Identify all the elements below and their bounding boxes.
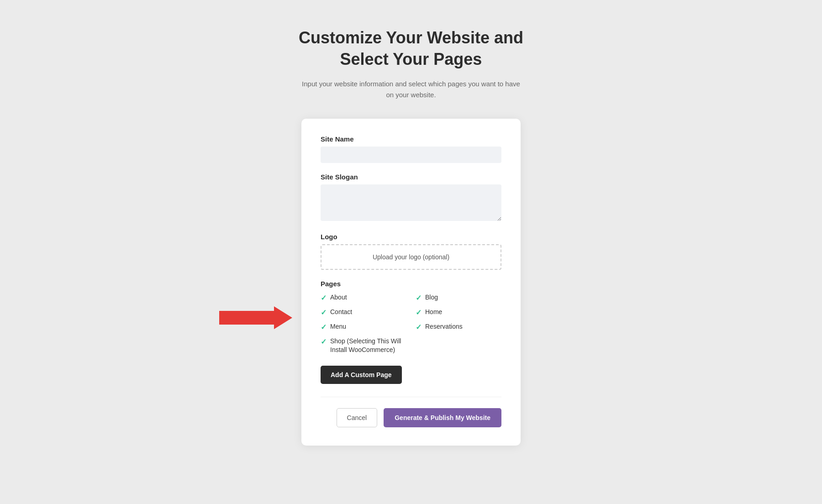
pages-grid: ✓ About ✓ Blog ✓ Contact ✓ Home xyxy=(321,293,501,355)
page-item-menu[interactable]: ✓ Menu xyxy=(321,322,406,331)
page-label-contact: Contact xyxy=(330,308,352,317)
site-slogan-label: Site Slogan xyxy=(321,173,501,181)
site-name-label: Site Name xyxy=(321,135,501,143)
svg-marker-0 xyxy=(219,306,292,329)
check-icon-contact: ✓ xyxy=(321,308,327,317)
page-label-blog: Blog xyxy=(425,293,438,302)
page-item-about[interactable]: ✓ About xyxy=(321,293,406,302)
bottom-actions: Cancel Generate & Publish My Website xyxy=(321,397,501,427)
check-icon-reservations: ✓ xyxy=(416,323,422,331)
page-item-contact[interactable]: ✓ Contact xyxy=(321,308,406,317)
page-item-reservations[interactable]: ✓ Reservations xyxy=(416,322,501,331)
page-item-shop[interactable]: ✓ Shop (Selecting This Will Install WooC… xyxy=(321,337,406,355)
cancel-button[interactable]: Cancel xyxy=(337,408,378,427)
site-name-group: Site Name xyxy=(321,135,501,163)
generate-publish-button[interactable]: Generate & Publish My Website xyxy=(384,408,501,427)
arrow-annotation xyxy=(219,306,292,329)
page-label-menu: Menu xyxy=(330,322,346,331)
page-item-home[interactable]: ✓ Home xyxy=(416,308,501,317)
page-label-reservations: Reservations xyxy=(425,322,463,331)
logo-label: Logo xyxy=(321,233,501,241)
page-item-blog[interactable]: ✓ Blog xyxy=(416,293,501,302)
page-title: Customize Your Website and Select Your P… xyxy=(299,27,523,70)
site-slogan-input[interactable] xyxy=(321,184,501,221)
check-icon-home: ✓ xyxy=(416,308,422,317)
page-wrapper: Customize Your Website and Select Your P… xyxy=(9,27,813,446)
page-subtitle: Input your website information and selec… xyxy=(301,79,521,100)
check-icon-menu: ✓ xyxy=(321,323,327,331)
pages-label: Pages xyxy=(321,280,501,288)
page-label-home: Home xyxy=(425,308,442,317)
page-label-about: About xyxy=(330,293,347,302)
logo-group: Logo Upload your logo (optional) xyxy=(321,233,501,270)
pages-section: Pages ✓ About ✓ Blog ✓ Contact ✓ xyxy=(321,280,501,355)
site-slogan-group: Site Slogan xyxy=(321,173,501,223)
page-label-shop: Shop (Selecting This Will Install WooCom… xyxy=(330,337,406,355)
logo-upload-button[interactable]: Upload your logo (optional) xyxy=(321,244,501,270)
check-icon-shop: ✓ xyxy=(321,337,327,346)
add-custom-page-button[interactable]: Add A Custom Page xyxy=(321,366,402,384)
site-name-input[interactable] xyxy=(321,147,501,163)
form-card: Site Name Site Slogan Logo Upload your l… xyxy=(301,119,521,446)
check-icon-about: ✓ xyxy=(321,294,327,302)
check-icon-blog: ✓ xyxy=(416,294,422,302)
